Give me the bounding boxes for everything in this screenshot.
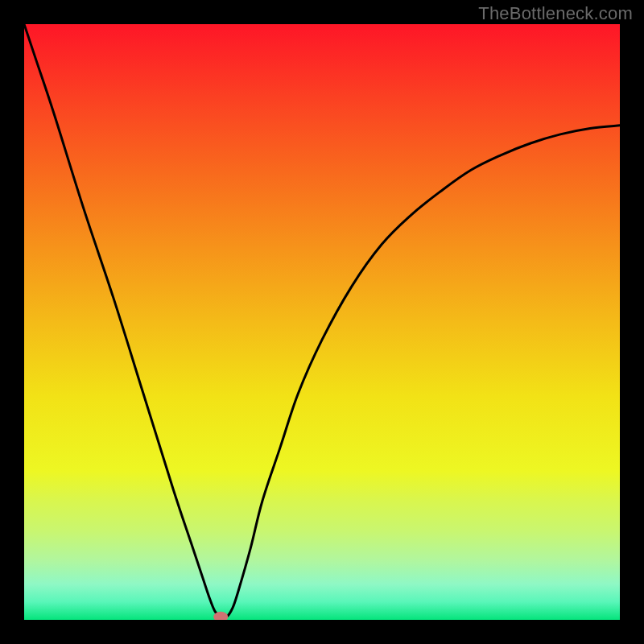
gradient-background — [24, 24, 620, 620]
chart-frame: TheBottleneck.com — [0, 0, 644, 644]
plot-area — [24, 24, 620, 620]
watermark-text: TheBottleneck.com — [478, 3, 633, 24]
bottleneck-chart — [24, 24, 620, 620]
